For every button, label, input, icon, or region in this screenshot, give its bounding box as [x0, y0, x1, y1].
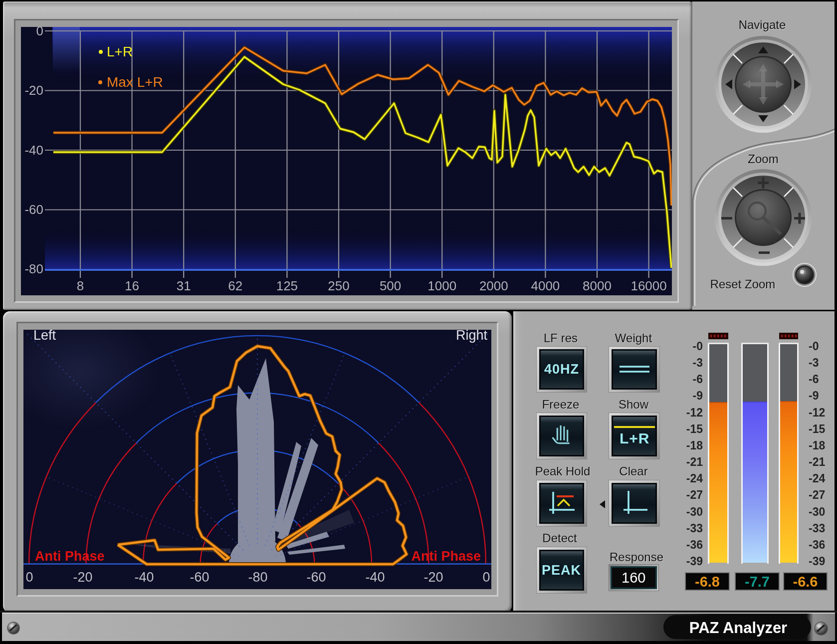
svg-text:-12: -12	[809, 406, 825, 419]
svg-text:-36: -36	[809, 538, 825, 551]
svg-text:-20: -20	[73, 570, 92, 585]
svg-text:-15: -15	[686, 423, 703, 435]
svg-text:250: 250	[328, 278, 349, 293]
svg-text:8000: 8000	[583, 278, 612, 293]
svg-text:Anti Phase: Anti Phase	[35, 549, 105, 564]
svg-text:-30: -30	[809, 505, 825, 518]
svg-text:-30: -30	[686, 505, 703, 518]
svg-text:-60: -60	[190, 570, 209, 585]
svg-text:-40: -40	[365, 570, 385, 585]
svg-text:-40: -40	[134, 570, 154, 585]
svg-text:0: 0	[36, 27, 43, 38]
svg-text:-18: -18	[809, 439, 825, 452]
svg-text:8: 8	[77, 278, 84, 293]
svg-text:-18: -18	[686, 439, 703, 452]
svg-text:1000: 1000	[427, 278, 456, 293]
svg-text:-27: -27	[809, 488, 825, 501]
svg-text:Right: Right	[456, 330, 488, 343]
svg-text:-24: -24	[686, 472, 703, 485]
svg-text:62: 62	[228, 278, 242, 293]
svg-text:-20: -20	[423, 570, 443, 585]
svg-text:-60: -60	[306, 570, 326, 585]
svg-text:-15: -15	[809, 423, 825, 435]
svg-text:-80: -80	[248, 570, 267, 585]
svg-text:16: 16	[125, 278, 139, 293]
svg-text:4000: 4000	[531, 278, 560, 293]
svg-text:500: 500	[380, 278, 401, 293]
svg-text:-6.8: -6.8	[695, 574, 720, 590]
svg-text:Left: Left	[33, 330, 56, 343]
svg-text:-0: -0	[693, 340, 703, 353]
svg-text:-27: -27	[686, 488, 703, 501]
svg-text:125: 125	[276, 278, 298, 293]
svg-text:2000: 2000	[479, 278, 508, 293]
svg-text:-39: -39	[809, 555, 825, 568]
svg-text:-24: -24	[809, 472, 825, 485]
svg-text:-33: -33	[809, 522, 825, 535]
svg-text:Anti Phase: Anti Phase	[411, 549, 481, 564]
svg-text:-7.7: -7.7	[745, 574, 770, 590]
svg-text:-39: -39	[686, 555, 703, 568]
svg-text:-33: -33	[686, 522, 703, 535]
svg-text:-9: -9	[809, 389, 819, 402]
svg-text:Max L+R: Max L+R	[107, 74, 163, 90]
svg-text:16000: 16000	[630, 278, 666, 293]
svg-text:-6.6: -6.6	[793, 574, 818, 590]
svg-text:-20: -20	[24, 83, 43, 98]
svg-text:-6: -6	[809, 373, 819, 386]
svg-text:-0: -0	[809, 340, 819, 353]
svg-text:-9: -9	[693, 389, 703, 402]
svg-text:L+R: L+R	[107, 44, 133, 59]
svg-text:-40: -40	[24, 143, 43, 158]
svg-text:0: 0	[482, 570, 490, 585]
svg-text:-3: -3	[693, 356, 703, 369]
svg-text:-36: -36	[686, 538, 703, 551]
svg-text:-21: -21	[809, 455, 825, 468]
svg-text:31: 31	[177, 278, 191, 293]
svg-text:-6: -6	[693, 373, 703, 386]
svg-text:-12: -12	[686, 406, 703, 419]
svg-text:0: 0	[25, 570, 33, 585]
svg-text:-80: -80	[24, 261, 43, 276]
svg-text:-21: -21	[686, 455, 703, 468]
svg-text:-60: -60	[24, 202, 43, 217]
svg-text:-3: -3	[809, 356, 819, 369]
